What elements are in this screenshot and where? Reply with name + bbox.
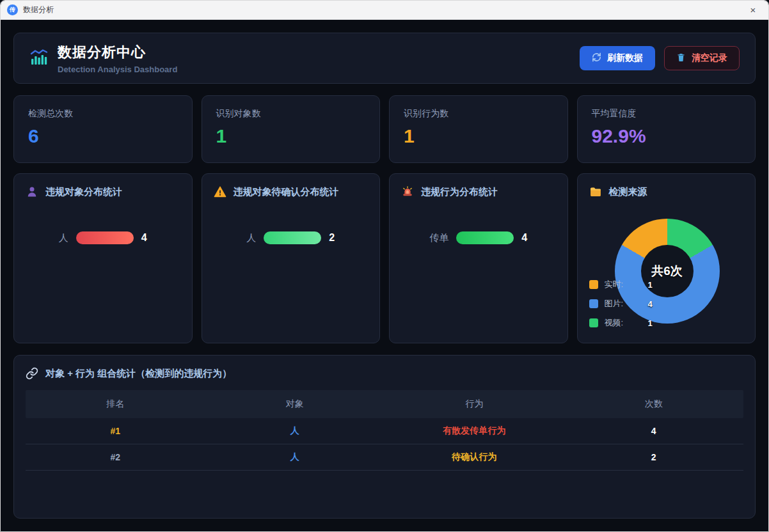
clear-records-button[interactable]: 清空记录 (664, 46, 740, 70)
app-icon: 传 (7, 4, 18, 15)
panel-title: 违规对象待确认分布统计 (234, 186, 339, 198)
close-icon[interactable]: × (744, 1, 762, 19)
stat-label: 识别对象数 (216, 108, 366, 120)
panel-head: 违规对象分布统计 (26, 185, 180, 198)
link-icon (26, 367, 38, 380)
bar-pending-count (264, 231, 321, 244)
dashboard-main: 数据分析中心 Detection Analysis Dashboard 刷新数据 (1, 20, 768, 531)
bar-value: 4 (521, 232, 527, 244)
trash-icon (676, 52, 686, 64)
folder-icon (589, 185, 602, 198)
bar-behavior-count (456, 231, 514, 244)
refresh-icon (592, 52, 601, 64)
panel-title: 违规对象分布统计 (45, 186, 122, 198)
combo-table: 排名 对象 行为 次数 #1 人 有散发传单行为 4 #2 人 待确认行为 2 (26, 390, 743, 471)
bar-row: 传单 4 (401, 231, 556, 244)
bar-value: 4 (141, 232, 147, 244)
cell-object: 人 (205, 425, 385, 437)
legend-swatch-orange (589, 280, 598, 289)
stat-value: 92.9% (592, 125, 741, 147)
donut-legend: 实时: 1 图片: 4 视频: 1 (589, 275, 653, 332)
header-card: 数据分析中心 Detection Analysis Dashboard 刷新数据 (13, 33, 756, 84)
bar-label: 人 (246, 232, 256, 244)
cell-count: 2 (564, 452, 744, 462)
panel-head: 检测来源 (589, 185, 744, 198)
column-header-count: 次数 (564, 398, 744, 410)
table-header-row: 排名 对象 行为 次数 (26, 390, 743, 418)
bar-value: 2 (329, 232, 335, 244)
legend-item-video: 视频: 1 (589, 313, 653, 332)
panel-head: 违规行为分布统计 (401, 185, 556, 198)
panel-head: 违规对象待确认分布统计 (214, 185, 369, 198)
legend-label: 图片: (605, 298, 634, 309)
stat-label: 检测总次数 (28, 108, 178, 120)
person-icon (26, 185, 38, 198)
bar-label: 人 (59, 232, 68, 244)
panel-behavior-distribution: 违规行为分布统计 传单 4 (389, 173, 568, 343)
refresh-data-button[interactable]: 刷新数据 (580, 46, 655, 70)
stat-card-total-detections: 检测总次数 6 (13, 95, 193, 163)
bar-object-count (76, 231, 134, 244)
cell-behavior: 有散发传单行为 (384, 425, 564, 437)
page-title: 数据分析中心 (58, 43, 177, 62)
legend-label: 视频: (605, 317, 634, 329)
panel-combo-statistics: 对象 + 行为 组合统计（检测到的违规行为） 排名 对象 行为 次数 #1 人 … (13, 355, 756, 519)
stats-row: 检测总次数 6 识别对象数 1 识别行为数 1 平均置信度 92.9% (13, 95, 756, 163)
legend-swatch-blue (589, 299, 598, 308)
window-title: 数据分析 (23, 4, 54, 15)
app-window: 传 数据分析 × 数据分析中心 (0, 0, 769, 532)
panel-title: 违规行为分布统计 (421, 186, 498, 198)
stat-value: 1 (216, 125, 366, 147)
stat-card-confidence: 平均置信度 92.9% (577, 95, 756, 163)
table-row: #1 人 有散发传单行为 4 (26, 418, 743, 444)
donut-center-label: 共6次 (651, 263, 683, 279)
legend-swatch-green (589, 318, 598, 327)
panel-object-distribution: 违规对象分布统计 人 4 (13, 173, 193, 343)
cell-count: 4 (564, 426, 744, 436)
column-header-object: 对象 (205, 398, 385, 410)
legend-value: 4 (648, 299, 653, 309)
panel-title: 对象 + 行为 组合统计（检测到的违规行为） (45, 368, 232, 380)
titlebar: 传 数据分析 × (1, 1, 768, 20)
legend-value: 1 (648, 318, 653, 328)
stat-value: 1 (404, 125, 553, 147)
stat-label: 平均置信度 (592, 108, 741, 120)
header-buttons: 刷新数据 清空记录 (580, 46, 740, 70)
legend-item-realtime: 实时: 1 (589, 275, 653, 294)
stat-value: 6 (28, 125, 178, 147)
panel-title: 检测来源 (609, 186, 647, 198)
cell-rank: #2 (26, 452, 205, 462)
header-left: 数据分析中心 Detection Analysis Dashboard (29, 43, 177, 74)
header-titles: 数据分析中心 Detection Analysis Dashboard (58, 43, 177, 74)
bar-chart-icon (29, 48, 49, 70)
legend-item-image: 图片: 4 (589, 294, 653, 313)
stat-label: 识别行为数 (404, 108, 553, 120)
clear-button-label: 清空记录 (692, 52, 727, 64)
cell-object: 人 (205, 451, 385, 463)
legend-label: 实时: (605, 279, 634, 290)
legend-value: 1 (648, 280, 653, 290)
warning-icon (214, 185, 226, 198)
stat-card-behaviors: 识别行为数 1 (389, 95, 568, 163)
bar-row: 人 4 (26, 231, 180, 244)
page-subtitle: Detection Analysis Dashboard (58, 65, 177, 74)
panel-detection-source: 检测来源 共6次 实时: 1 图片: 4 (577, 173, 756, 343)
refresh-button-label: 刷新数据 (607, 52, 643, 64)
column-header-rank: 排名 (26, 398, 205, 410)
panels-row: 违规对象分布统计 人 4 (13, 173, 756, 343)
bar-row: 人 2 (214, 231, 369, 244)
siren-icon (401, 185, 414, 198)
cell-rank: #1 (26, 426, 205, 436)
bar-label: 传单 (429, 232, 448, 244)
panel-head: 对象 + 行为 组合统计（检测到的违规行为） (26, 367, 743, 380)
table-row: #2 人 待确认行为 2 (26, 444, 743, 471)
cell-behavior: 待确认行为 (384, 451, 564, 463)
stat-card-objects: 识别对象数 1 (202, 95, 381, 163)
panel-pending-distribution: 违规对象待确认分布统计 人 2 (202, 173, 381, 343)
column-header-behavior: 行为 (384, 398, 564, 410)
